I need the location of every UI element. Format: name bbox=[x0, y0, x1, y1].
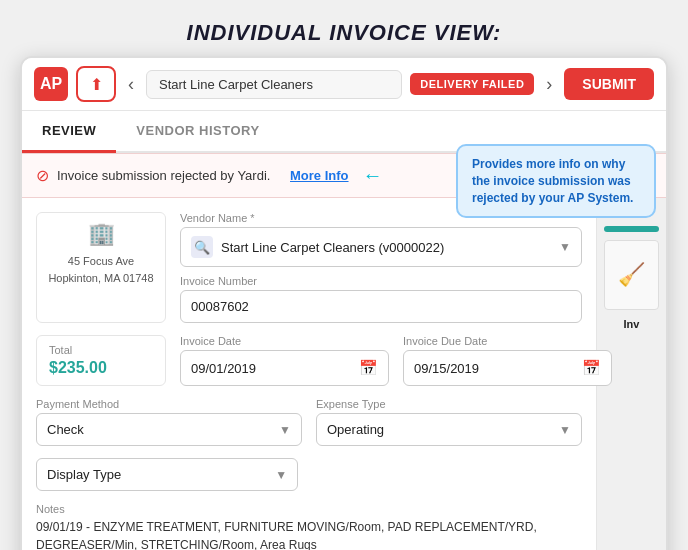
row-dates: Total $235.00 Invoice Date 📅 Invoice Due… bbox=[36, 335, 582, 386]
vendor-section: Vendor Name * 🔍 Start Line Carpet Cleane… bbox=[180, 212, 582, 323]
expense-type-value: Operating bbox=[327, 422, 384, 437]
ap-logo: AP bbox=[34, 67, 68, 101]
invoice-due-date-field: Invoice Due Date 📅 bbox=[403, 335, 612, 386]
invoice-number-input[interactable] bbox=[180, 290, 582, 323]
payment-method-chevron-icon: ▼ bbox=[279, 423, 291, 437]
alert-bar: ⊘ Invoice submission rejected by Yardi. … bbox=[22, 153, 666, 198]
page-title: INDIVIDUAL INVOICE VIEW: bbox=[20, 20, 668, 46]
alert-icon: ⊘ bbox=[36, 166, 49, 185]
notes-content: 09/01/19 - ENZYME TREATMENT, FURNITURE M… bbox=[36, 518, 582, 550]
invoice-date-field: Invoice Date 📅 bbox=[180, 335, 389, 386]
tooltip-bubble: Provides more info on why the invoice su… bbox=[456, 144, 656, 218]
header-bar: AP ⬆ ‹ Start Line Carpet Cleaners DELIVE… bbox=[22, 58, 666, 111]
row-payment: Payment Method Check ▼ Expense Type Oper… bbox=[36, 398, 582, 446]
payment-method-field: Payment Method Check ▼ bbox=[36, 398, 302, 446]
tab-review[interactable]: REVIEW bbox=[22, 111, 116, 153]
vacuum-icon: 🧹 bbox=[618, 262, 645, 288]
display-type-value: Display Type bbox=[47, 467, 121, 482]
invoice-due-date-input[interactable] bbox=[414, 361, 582, 376]
vendor-chevron-icon: ▼ bbox=[559, 240, 571, 254]
notes-section: Notes 09/01/19 - ENZYME TREATMENT, FURNI… bbox=[36, 503, 582, 550]
invoice-due-date-input-wrap: 📅 bbox=[403, 350, 612, 386]
expense-type-select[interactable]: Operating ▼ bbox=[316, 413, 582, 446]
upload-button[interactable]: ⬆ bbox=[76, 66, 116, 102]
invoice-card: AP ⬆ ‹ Start Line Carpet Cleaners DELIVE… bbox=[20, 56, 668, 550]
address-box: 🏢 45 Focus Ave Hopkinton, MA 01748 bbox=[36, 212, 166, 323]
invoice-due-date-calendar-icon[interactable]: 📅 bbox=[582, 359, 601, 377]
expense-type-chevron-icon: ▼ bbox=[559, 423, 571, 437]
invoice-preview-text: Inv bbox=[624, 318, 640, 330]
more-info-link[interactable]: More Info bbox=[290, 168, 349, 183]
invoice-date-label: Invoice Date bbox=[180, 335, 389, 347]
top-section: 🏢 45 Focus Ave Hopkinton, MA 01748 Vendo… bbox=[36, 212, 582, 323]
preview-bar bbox=[604, 226, 659, 232]
total-box: Total $235.00 bbox=[36, 335, 166, 386]
total-value: $235.00 bbox=[49, 359, 153, 377]
invoice-date-input-wrap: 📅 bbox=[180, 350, 389, 386]
invoice-date-input[interactable] bbox=[191, 361, 359, 376]
arrow-icon: ← bbox=[363, 164, 383, 187]
building-icon: 🏢 bbox=[88, 221, 115, 247]
vendor-name-pill: Start Line Carpet Cleaners bbox=[146, 70, 402, 99]
display-type-select[interactable]: Display Type ▼ bbox=[36, 458, 298, 491]
payment-method-select[interactable]: Check ▼ bbox=[36, 413, 302, 446]
display-type-field: Display Type ▼ bbox=[36, 458, 582, 491]
delivery-status-badge: DELIVERY FAILED bbox=[410, 73, 534, 95]
notes-label: Notes bbox=[36, 503, 582, 515]
nav-next-button[interactable]: › bbox=[542, 72, 556, 97]
invoice-date-calendar-icon[interactable]: 📅 bbox=[359, 359, 378, 377]
alert-message: Invoice submission rejected by Yardi. bbox=[57, 168, 270, 183]
expense-type-field: Expense Type Operating ▼ bbox=[316, 398, 582, 446]
payment-method-value: Check bbox=[47, 422, 84, 437]
invoice-number-label: Invoice Number bbox=[180, 275, 582, 287]
address-text: 45 Focus Ave Hopkinton, MA 01748 bbox=[48, 253, 153, 286]
invoice-due-date-label: Invoice Due Date bbox=[403, 335, 612, 347]
display-type-chevron-icon: ▼ bbox=[275, 468, 287, 482]
nav-prev-button[interactable]: ‹ bbox=[124, 72, 138, 97]
upload-icon: ⬆ bbox=[90, 75, 103, 94]
tab-vendor-history[interactable]: VENDOR HISTORY bbox=[116, 111, 279, 153]
left-panel: 🏢 45 Focus Ave Hopkinton, MA 01748 Vendo… bbox=[22, 198, 596, 550]
vendor-select-icon: 🔍 bbox=[191, 236, 213, 258]
payment-method-label: Payment Method bbox=[36, 398, 302, 410]
vendor-name-select[interactable]: 🔍 Start Line Carpet Cleaners (v0000022) … bbox=[180, 227, 582, 267]
invoice-preview-image[interactable]: 🧹 bbox=[604, 240, 659, 310]
expense-type-label: Expense Type bbox=[316, 398, 582, 410]
main-content: 🏢 45 Focus Ave Hopkinton, MA 01748 Vendo… bbox=[22, 198, 666, 550]
total-label: Total bbox=[49, 344, 153, 356]
vendor-name-value: Start Line Carpet Cleaners (v0000022) bbox=[221, 240, 444, 255]
submit-button[interactable]: SUBMIT bbox=[564, 68, 654, 100]
